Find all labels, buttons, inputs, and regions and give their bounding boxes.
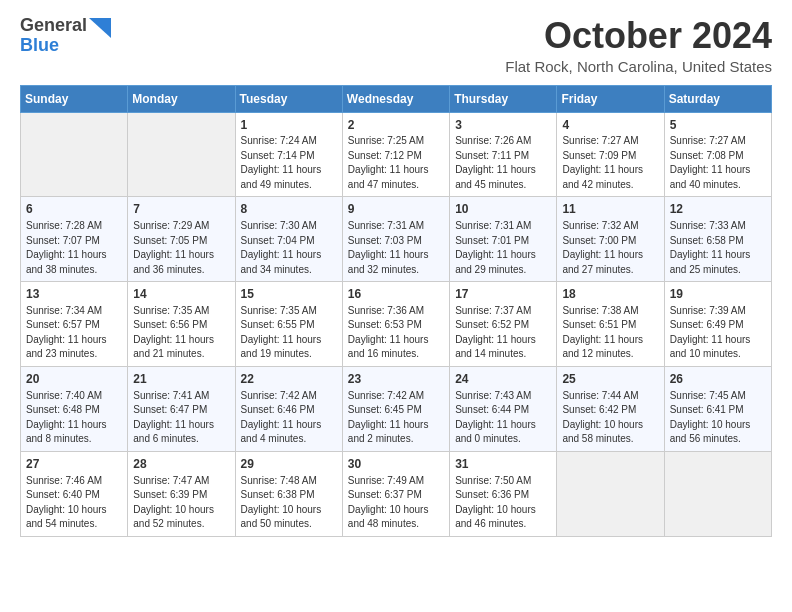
calendar-day: 28Sunrise: 7:47 AM Sunset: 6:39 PM Dayli…	[128, 451, 235, 536]
day-number: 27	[26, 456, 122, 473]
day-number: 3	[455, 117, 551, 134]
calendar-day: 18Sunrise: 7:38 AM Sunset: 6:51 PM Dayli…	[557, 282, 664, 367]
day-info: Sunrise: 7:31 AM Sunset: 7:01 PM Dayligh…	[455, 219, 551, 277]
day-number: 8	[241, 201, 337, 218]
calendar-day	[128, 112, 235, 197]
day-number: 30	[348, 456, 444, 473]
day-number: 22	[241, 371, 337, 388]
day-info: Sunrise: 7:44 AM Sunset: 6:42 PM Dayligh…	[562, 389, 658, 447]
day-number: 19	[670, 286, 766, 303]
calendar-day: 1Sunrise: 7:24 AM Sunset: 7:14 PM Daylig…	[235, 112, 342, 197]
day-number: 14	[133, 286, 229, 303]
calendar-day: 24Sunrise: 7:43 AM Sunset: 6:44 PM Dayli…	[450, 366, 557, 451]
calendar-subtitle: Flat Rock, North Carolina, United States	[505, 58, 772, 75]
week-row-1: 1Sunrise: 7:24 AM Sunset: 7:14 PM Daylig…	[21, 112, 772, 197]
day-number: 9	[348, 201, 444, 218]
day-info: Sunrise: 7:27 AM Sunset: 7:08 PM Dayligh…	[670, 134, 766, 192]
day-number: 23	[348, 371, 444, 388]
day-info: Sunrise: 7:47 AM Sunset: 6:39 PM Dayligh…	[133, 474, 229, 532]
logo-general: General	[20, 15, 87, 35]
col-friday: Friday	[557, 85, 664, 112]
col-saturday: Saturday	[664, 85, 771, 112]
day-number: 16	[348, 286, 444, 303]
page: General Blue October 2024 Flat Rock, Nor…	[0, 0, 792, 612]
calendar-day: 9Sunrise: 7:31 AM Sunset: 7:03 PM Daylig…	[342, 197, 449, 282]
logo-blue: Blue	[20, 35, 59, 55]
col-sunday: Sunday	[21, 85, 128, 112]
calendar-day: 2Sunrise: 7:25 AM Sunset: 7:12 PM Daylig…	[342, 112, 449, 197]
day-info: Sunrise: 7:32 AM Sunset: 7:00 PM Dayligh…	[562, 219, 658, 277]
calendar-day: 23Sunrise: 7:42 AM Sunset: 6:45 PM Dayli…	[342, 366, 449, 451]
day-info: Sunrise: 7:24 AM Sunset: 7:14 PM Dayligh…	[241, 134, 337, 192]
calendar-day: 15Sunrise: 7:35 AM Sunset: 6:55 PM Dayli…	[235, 282, 342, 367]
calendar-day: 17Sunrise: 7:37 AM Sunset: 6:52 PM Dayli…	[450, 282, 557, 367]
calendar-day: 14Sunrise: 7:35 AM Sunset: 6:56 PM Dayli…	[128, 282, 235, 367]
day-number: 25	[562, 371, 658, 388]
calendar-title: October 2024	[505, 16, 772, 56]
day-number: 5	[670, 117, 766, 134]
week-row-3: 13Sunrise: 7:34 AM Sunset: 6:57 PM Dayli…	[21, 282, 772, 367]
day-number: 24	[455, 371, 551, 388]
calendar-day: 25Sunrise: 7:44 AM Sunset: 6:42 PM Dayli…	[557, 366, 664, 451]
day-number: 15	[241, 286, 337, 303]
day-number: 1	[241, 117, 337, 134]
calendar-day	[557, 451, 664, 536]
day-number: 31	[455, 456, 551, 473]
col-monday: Monday	[128, 85, 235, 112]
day-number: 13	[26, 286, 122, 303]
calendar-day: 7Sunrise: 7:29 AM Sunset: 7:05 PM Daylig…	[128, 197, 235, 282]
day-info: Sunrise: 7:41 AM Sunset: 6:47 PM Dayligh…	[133, 389, 229, 447]
day-info: Sunrise: 7:49 AM Sunset: 6:37 PM Dayligh…	[348, 474, 444, 532]
day-number: 4	[562, 117, 658, 134]
calendar-day: 13Sunrise: 7:34 AM Sunset: 6:57 PM Dayli…	[21, 282, 128, 367]
calendar-day: 30Sunrise: 7:49 AM Sunset: 6:37 PM Dayli…	[342, 451, 449, 536]
day-info: Sunrise: 7:40 AM Sunset: 6:48 PM Dayligh…	[26, 389, 122, 447]
calendar-body: 1Sunrise: 7:24 AM Sunset: 7:14 PM Daylig…	[21, 112, 772, 536]
day-info: Sunrise: 7:31 AM Sunset: 7:03 PM Dayligh…	[348, 219, 444, 277]
day-info: Sunrise: 7:35 AM Sunset: 6:55 PM Dayligh…	[241, 304, 337, 362]
calendar-day: 10Sunrise: 7:31 AM Sunset: 7:01 PM Dayli…	[450, 197, 557, 282]
col-tuesday: Tuesday	[235, 85, 342, 112]
day-info: Sunrise: 7:42 AM Sunset: 6:46 PM Dayligh…	[241, 389, 337, 447]
day-info: Sunrise: 7:28 AM Sunset: 7:07 PM Dayligh…	[26, 219, 122, 277]
day-info: Sunrise: 7:30 AM Sunset: 7:04 PM Dayligh…	[241, 219, 337, 277]
calendar-day: 16Sunrise: 7:36 AM Sunset: 6:53 PM Dayli…	[342, 282, 449, 367]
calendar-day: 20Sunrise: 7:40 AM Sunset: 6:48 PM Dayli…	[21, 366, 128, 451]
calendar-day: 6Sunrise: 7:28 AM Sunset: 7:07 PM Daylig…	[21, 197, 128, 282]
calendar-day: 22Sunrise: 7:42 AM Sunset: 6:46 PM Dayli…	[235, 366, 342, 451]
day-number: 29	[241, 456, 337, 473]
day-info: Sunrise: 7:43 AM Sunset: 6:44 PM Dayligh…	[455, 389, 551, 447]
day-number: 28	[133, 456, 229, 473]
calendar-day: 11Sunrise: 7:32 AM Sunset: 7:00 PM Dayli…	[557, 197, 664, 282]
day-number: 17	[455, 286, 551, 303]
day-number: 6	[26, 201, 122, 218]
day-number: 7	[133, 201, 229, 218]
calendar-day: 27Sunrise: 7:46 AM Sunset: 6:40 PM Dayli…	[21, 451, 128, 536]
day-info: Sunrise: 7:39 AM Sunset: 6:49 PM Dayligh…	[670, 304, 766, 362]
calendar-day: 26Sunrise: 7:45 AM Sunset: 6:41 PM Dayli…	[664, 366, 771, 451]
logo-triangle-icon	[89, 18, 111, 46]
col-thursday: Thursday	[450, 85, 557, 112]
calendar-day: 8Sunrise: 7:30 AM Sunset: 7:04 PM Daylig…	[235, 197, 342, 282]
calendar-day: 3Sunrise: 7:26 AM Sunset: 7:11 PM Daylig…	[450, 112, 557, 197]
col-wednesday: Wednesday	[342, 85, 449, 112]
day-number: 2	[348, 117, 444, 134]
day-number: 11	[562, 201, 658, 218]
day-info: Sunrise: 7:45 AM Sunset: 6:41 PM Dayligh…	[670, 389, 766, 447]
day-info: Sunrise: 7:29 AM Sunset: 7:05 PM Dayligh…	[133, 219, 229, 277]
day-info: Sunrise: 7:37 AM Sunset: 6:52 PM Dayligh…	[455, 304, 551, 362]
day-info: Sunrise: 7:48 AM Sunset: 6:38 PM Dayligh…	[241, 474, 337, 532]
svg-marker-0	[89, 18, 111, 38]
day-number: 20	[26, 371, 122, 388]
calendar-day	[21, 112, 128, 197]
day-info: Sunrise: 7:33 AM Sunset: 6:58 PM Dayligh…	[670, 219, 766, 277]
week-row-5: 27Sunrise: 7:46 AM Sunset: 6:40 PM Dayli…	[21, 451, 772, 536]
day-number: 26	[670, 371, 766, 388]
calendar-day: 12Sunrise: 7:33 AM Sunset: 6:58 PM Dayli…	[664, 197, 771, 282]
title-area: October 2024 Flat Rock, North Carolina, …	[505, 16, 772, 75]
logo: General Blue	[20, 16, 111, 56]
day-number: 21	[133, 371, 229, 388]
days-header-row: Sunday Monday Tuesday Wednesday Thursday…	[21, 85, 772, 112]
day-number: 18	[562, 286, 658, 303]
day-info: Sunrise: 7:26 AM Sunset: 7:11 PM Dayligh…	[455, 134, 551, 192]
